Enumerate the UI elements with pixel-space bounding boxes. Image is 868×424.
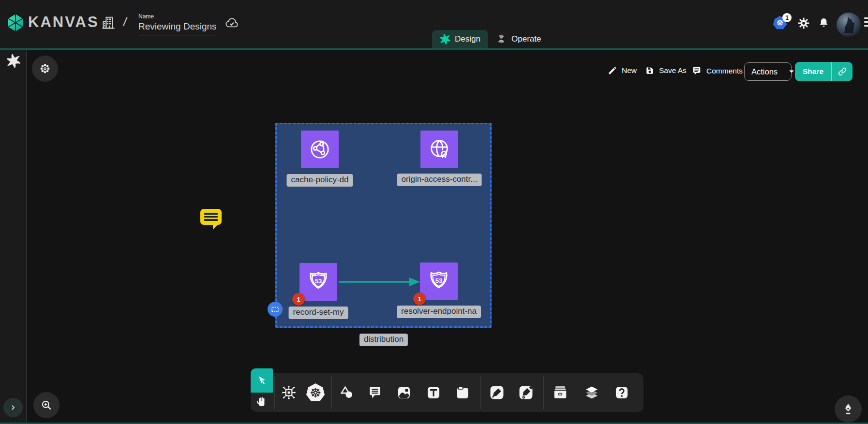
text-icon <box>425 384 442 401</box>
hand-icon <box>256 396 268 408</box>
help-icon <box>614 384 630 401</box>
svg-text:53: 53 <box>315 278 322 285</box>
settings-gear-icon[interactable] <box>797 17 810 29</box>
node-cache-policy[interactable] <box>301 131 339 168</box>
breadcrumb-separator: / <box>122 15 128 30</box>
flower-icon <box>39 62 51 75</box>
toolbar-divider <box>274 376 275 409</box>
pen-nib-icon <box>841 402 855 416</box>
cursor-icon <box>256 375 268 386</box>
kanvas-app: KANVAS / Name <box>0 0 868 424</box>
logo-text: KANVAS <box>28 14 99 31</box>
app-header: KANVAS / Name <box>0 0 868 48</box>
node-resolver-endpoint[interactable]: 53 <box>420 263 458 300</box>
node-record-set[interactable]: 53 <box>299 263 337 301</box>
node-origin-access-control[interactable] <box>420 131 458 168</box>
zoom-in-button[interactable] <box>33 392 60 418</box>
group-label-distribution[interactable]: distribution <box>359 334 408 346</box>
avatar-silhouette <box>837 13 861 37</box>
origin-access-control-icon <box>428 138 451 161</box>
notifications-bell-icon[interactable] <box>818 16 830 29</box>
pencil-icon <box>608 66 617 75</box>
tool-kubernetes-button[interactable]: ☸ <box>305 382 326 403</box>
error-count-badge-resolver-endpoint[interactable]: 1 <box>413 292 426 305</box>
new-button-label: New <box>622 66 637 75</box>
actions-button[interactable]: Actions <box>744 62 792 81</box>
share-button[interactable]: Share <box>795 62 853 81</box>
copy-link-button[interactable] <box>832 62 853 81</box>
tool-drawer-button[interactable] <box>550 382 571 403</box>
route53-resolver-endpoint-icon: 53 <box>427 270 450 293</box>
actions-button-label: Actions <box>745 63 784 80</box>
svg-text:53: 53 <box>435 277 443 284</box>
comments-button-label: Comments <box>706 67 743 75</box>
tool-text-button[interactable] <box>423 382 444 403</box>
cloudfront-cache-policy-icon <box>308 138 331 161</box>
kubernetes-context-count-badge: 1 <box>782 13 792 22</box>
kanvas-logo-icon[interactable] <box>6 14 25 32</box>
tool-layers-button[interactable] <box>581 382 602 403</box>
sidebar-expand-button[interactable] <box>3 398 23 417</box>
layers-icon <box>583 384 600 401</box>
organization-building-icon[interactable] <box>101 15 116 30</box>
image-icon <box>396 384 412 401</box>
tool-freehand-button[interactable] <box>515 382 537 403</box>
design-name-input[interactable] <box>138 20 216 35</box>
header-divider <box>0 48 868 50</box>
node-label-resolver-endpoint[interactable]: resolver-endpoint-na <box>397 306 481 318</box>
tool-shapes-button[interactable] <box>336 382 358 403</box>
share-button-label: Share <box>795 62 831 81</box>
tool-edge-pen-button[interactable] <box>486 382 508 403</box>
pen-mode-button[interactable] <box>835 395 862 423</box>
design-tab-spiral-icon <box>440 34 450 44</box>
tool-select-button[interactable] <box>251 368 273 393</box>
chevron-right-icon <box>9 403 17 412</box>
new-button[interactable]: New <box>608 66 637 75</box>
operate-tab-person-icon <box>495 33 507 45</box>
zoom-in-icon <box>40 399 53 411</box>
tab-operate-label: Operate <box>511 34 541 44</box>
drawer-archive-icon <box>552 384 569 401</box>
comment-bubble-tail <box>213 224 219 230</box>
tool-comment-button[interactable] <box>364 382 386 403</box>
toolbar-divider <box>331 376 332 409</box>
tool-help-button[interactable] <box>611 382 632 403</box>
design-name-label: Name <box>138 13 154 20</box>
floppy-icon <box>645 66 655 75</box>
comment-icon <box>691 66 702 76</box>
tab-design[interactable]: Design <box>432 30 488 48</box>
node-label-record-set[interactable]: record-set-my <box>289 307 348 319</box>
shapes-icon <box>339 384 355 401</box>
node-label-cache-policy[interactable]: cache-policy-dd <box>286 174 353 187</box>
freehand-pencil-icon <box>518 384 534 401</box>
group-select-handle[interactable] <box>268 302 283 317</box>
caret-down-icon <box>789 70 794 73</box>
canvas-menu-button[interactable] <box>32 56 58 82</box>
left-sidebar <box>0 50 27 424</box>
tab-operate[interactable]: Operate <box>488 30 549 48</box>
dashed-selection-icon <box>270 304 281 315</box>
user-avatar[interactable] <box>837 13 861 37</box>
chip-icon <box>281 384 297 401</box>
note-card-icon <box>454 384 471 401</box>
tab-design-label: Design <box>455 34 480 44</box>
edge-record-to-resolver[interactable] <box>338 276 422 288</box>
node-label-origin-access-control[interactable]: origin-access-contr... <box>397 174 482 186</box>
meshery-spiral-icon[interactable] <box>7 54 20 68</box>
tool-note-button[interactable] <box>452 382 473 403</box>
edge-pen-icon <box>489 384 505 401</box>
comment-marker[interactable] <box>200 209 222 227</box>
menu-hamburger-icon[interactable] <box>864 17 868 27</box>
route53-record-set-icon: 53 <box>307 270 330 293</box>
toolbar-divider <box>480 376 481 409</box>
tool-pan-button[interactable] <box>251 393 273 412</box>
tool-media-button[interactable] <box>393 382 415 403</box>
save-as-button-label: Save As <box>659 66 687 75</box>
error-count-badge-record-set[interactable]: 1 <box>292 293 305 306</box>
cloud-sync-icon <box>224 16 239 29</box>
link-icon <box>838 67 847 76</box>
comment-tool-icon <box>367 385 383 400</box>
tool-integrations-button[interactable] <box>278 382 299 403</box>
comments-button[interactable]: Comments <box>691 66 743 76</box>
save-as-button[interactable]: Save As <box>645 66 687 75</box>
